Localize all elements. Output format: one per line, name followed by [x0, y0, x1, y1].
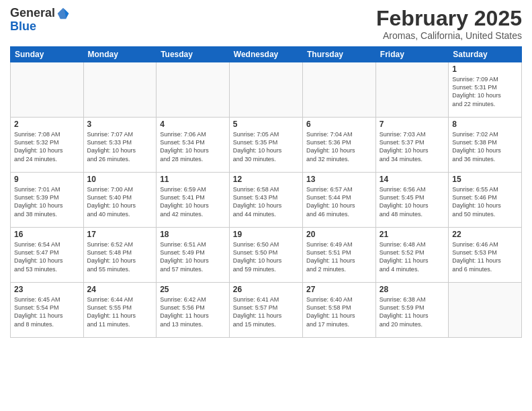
day-number: 20 [306, 230, 372, 239]
table-row: 12Sunrise: 6:58 AM Sunset: 5:43 PM Dayli… [229, 173, 302, 228]
day-info: Sunrise: 6:57 AM Sunset: 5:44 PM Dayligh… [306, 185, 372, 218]
table-row: 11Sunrise: 6:59 AM Sunset: 5:41 PM Dayli… [157, 173, 230, 228]
page: General Blue February 2025 Aromas, Calif… [0, 0, 532, 411]
table-row: 28Sunrise: 6:38 AM Sunset: 5:59 PM Dayli… [375, 283, 448, 338]
day-info: Sunrise: 6:58 AM Sunset: 5:43 PM Dayligh… [233, 185, 299, 218]
day-info: Sunrise: 6:38 AM Sunset: 5:59 PM Dayligh… [380, 295, 445, 328]
day-number: 10 [87, 175, 153, 184]
calendar-week-2: 2Sunrise: 7:08 AM Sunset: 5:32 PM Daylig… [11, 118, 522, 173]
table-row: 26Sunrise: 6:41 AM Sunset: 5:57 PM Dayli… [229, 283, 302, 338]
day-info: Sunrise: 7:08 AM Sunset: 5:32 PM Dayligh… [14, 130, 80, 163]
table-row: 14Sunrise: 6:56 AM Sunset: 5:45 PM Dayli… [375, 173, 448, 228]
col-sunday: Sunday [11, 47, 84, 62]
day-number: 15 [452, 175, 518, 184]
day-info: Sunrise: 6:51 AM Sunset: 5:49 PM Dayligh… [160, 240, 226, 273]
day-info: Sunrise: 7:05 AM Sunset: 5:35 PM Dayligh… [233, 130, 299, 163]
day-info: Sunrise: 6:50 AM Sunset: 5:50 PM Dayligh… [233, 240, 299, 273]
table-row: 18Sunrise: 6:51 AM Sunset: 5:49 PM Dayli… [157, 228, 230, 283]
table-row: 6Sunrise: 7:04 AM Sunset: 5:36 PM Daylig… [303, 118, 376, 173]
table-row: 27Sunrise: 6:40 AM Sunset: 5:58 PM Dayli… [303, 283, 376, 338]
day-number: 26 [233, 285, 299, 294]
day-number: 17 [87, 230, 153, 239]
table-row [11, 62, 84, 118]
col-wednesday: Wednesday [229, 47, 302, 62]
logo-icon [56, 7, 70, 20]
title-block: February 2025 Aromas, California, United… [376, 7, 522, 41]
table-row: 13Sunrise: 6:57 AM Sunset: 5:44 PM Dayli… [303, 173, 376, 228]
day-number: 13 [306, 175, 372, 184]
day-info: Sunrise: 7:07 AM Sunset: 5:33 PM Dayligh… [87, 130, 153, 163]
calendar-header-row: Sunday Monday Tuesday Wednesday Thursday… [11, 47, 522, 62]
day-number: 8 [452, 120, 518, 129]
table-row: 7Sunrise: 7:03 AM Sunset: 5:37 PM Daylig… [375, 118, 448, 173]
col-tuesday: Tuesday [157, 47, 230, 62]
col-saturday: Saturday [449, 47, 522, 62]
day-info: Sunrise: 6:49 AM Sunset: 5:51 PM Dayligh… [306, 240, 372, 273]
table-row: 22Sunrise: 6:46 AM Sunset: 5:53 PM Dayli… [449, 228, 522, 283]
col-thursday: Thursday [303, 47, 376, 62]
table-row [229, 62, 302, 118]
day-number: 23 [14, 285, 80, 294]
day-number: 18 [160, 230, 226, 239]
day-number: 25 [160, 285, 226, 294]
day-number: 6 [306, 120, 372, 129]
day-info: Sunrise: 7:03 AM Sunset: 5:37 PM Dayligh… [380, 130, 445, 163]
table-row: 1Sunrise: 7:09 AM Sunset: 5:31 PM Daylig… [449, 62, 522, 118]
day-info: Sunrise: 6:55 AM Sunset: 5:46 PM Dayligh… [452, 185, 518, 218]
col-friday: Friday [375, 47, 448, 62]
day-number: 16 [14, 230, 80, 239]
header: General Blue February 2025 Aromas, Calif… [10, 7, 522, 41]
calendar-table: Sunday Monday Tuesday Wednesday Thursday… [10, 46, 522, 338]
table-row: 15Sunrise: 6:55 AM Sunset: 5:46 PM Dayli… [449, 173, 522, 228]
day-info: Sunrise: 6:48 AM Sunset: 5:52 PM Dayligh… [380, 240, 445, 273]
day-info: Sunrise: 6:56 AM Sunset: 5:45 PM Dayligh… [380, 185, 445, 218]
day-number: 1 [452, 64, 518, 74]
table-row: 17Sunrise: 6:52 AM Sunset: 5:48 PM Dayli… [83, 228, 157, 283]
day-number: 14 [380, 175, 445, 184]
table-row: 21Sunrise: 6:48 AM Sunset: 5:52 PM Dayli… [375, 228, 448, 283]
day-number: 27 [306, 285, 372, 294]
table-row: 20Sunrise: 6:49 AM Sunset: 5:51 PM Dayli… [303, 228, 376, 283]
day-info: Sunrise: 7:06 AM Sunset: 5:34 PM Dayligh… [160, 130, 226, 163]
calendar-subtitle: Aromas, California, United States [376, 30, 522, 41]
col-monday: Monday [83, 47, 157, 62]
logo-general-text: General [10, 7, 55, 20]
logo-blue-text: Blue [10, 19, 36, 33]
table-row [375, 62, 448, 118]
calendar-week-4: 16Sunrise: 6:54 AM Sunset: 5:47 PM Dayli… [11, 228, 522, 283]
calendar-week-3: 9Sunrise: 7:01 AM Sunset: 5:39 PM Daylig… [11, 173, 522, 228]
day-info: Sunrise: 7:02 AM Sunset: 5:38 PM Dayligh… [452, 130, 518, 163]
day-number: 19 [233, 230, 299, 239]
day-info: Sunrise: 7:09 AM Sunset: 5:31 PM Dayligh… [452, 75, 518, 108]
day-number: 5 [233, 120, 299, 129]
table-row: 3Sunrise: 7:07 AM Sunset: 5:33 PM Daylig… [83, 118, 157, 173]
day-info: Sunrise: 6:59 AM Sunset: 5:41 PM Dayligh… [160, 185, 226, 218]
logo: General Blue [10, 7, 70, 34]
day-number: 4 [160, 120, 226, 129]
day-number: 2 [14, 120, 80, 129]
day-info: Sunrise: 7:04 AM Sunset: 5:36 PM Dayligh… [306, 130, 372, 163]
table-row: 16Sunrise: 6:54 AM Sunset: 5:47 PM Dayli… [11, 228, 84, 283]
day-number: 7 [380, 120, 445, 129]
day-info: Sunrise: 6:52 AM Sunset: 5:48 PM Dayligh… [87, 240, 153, 273]
day-number: 22 [452, 230, 518, 239]
table-row: 10Sunrise: 7:00 AM Sunset: 5:40 PM Dayli… [83, 173, 157, 228]
day-info: Sunrise: 7:00 AM Sunset: 5:40 PM Dayligh… [87, 185, 153, 218]
day-number: 21 [380, 230, 445, 239]
day-info: Sunrise: 6:42 AM Sunset: 5:56 PM Dayligh… [160, 295, 226, 328]
day-info: Sunrise: 6:54 AM Sunset: 5:47 PM Dayligh… [14, 240, 80, 273]
table-row: 19Sunrise: 6:50 AM Sunset: 5:50 PM Dayli… [229, 228, 302, 283]
day-number: 11 [160, 175, 226, 184]
calendar-title: February 2025 [376, 7, 522, 30]
table-row: 9Sunrise: 7:01 AM Sunset: 5:39 PM Daylig… [11, 173, 84, 228]
day-number: 9 [14, 175, 80, 184]
table-row [449, 283, 522, 338]
day-number: 12 [233, 175, 299, 184]
table-row: 2Sunrise: 7:08 AM Sunset: 5:32 PM Daylig… [11, 118, 84, 173]
day-info: Sunrise: 6:46 AM Sunset: 5:53 PM Dayligh… [452, 240, 518, 273]
day-info: Sunrise: 6:41 AM Sunset: 5:57 PM Dayligh… [233, 295, 299, 328]
day-info: Sunrise: 6:40 AM Sunset: 5:58 PM Dayligh… [306, 295, 372, 328]
table-row: 5Sunrise: 7:05 AM Sunset: 5:35 PM Daylig… [229, 118, 302, 173]
day-number: 3 [87, 120, 153, 129]
day-number: 24 [87, 285, 153, 294]
